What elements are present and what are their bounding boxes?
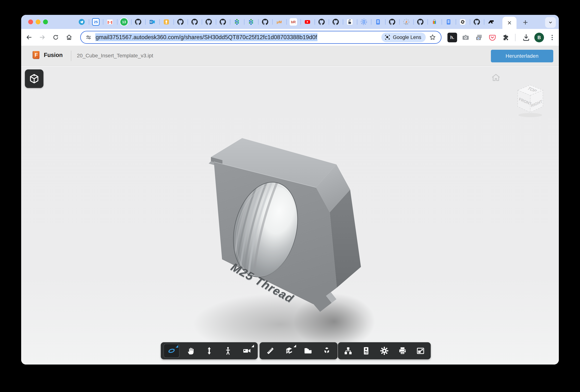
pinned-tab-github-8[interactable] bbox=[329, 15, 343, 29]
viewer-canvas[interactable]: TOP FRONT RIGHT bbox=[21, 66, 559, 365]
pinned-tab-store-bag[interactable] bbox=[427, 15, 441, 29]
forward-icon bbox=[39, 34, 46, 41]
pinned-tab-keep-note[interactable] bbox=[159, 15, 173, 29]
extension-camera-button[interactable] bbox=[461, 33, 470, 42]
pinned-tab-github-3[interactable] bbox=[187, 15, 202, 29]
extension-pocket-button[interactable] bbox=[488, 33, 497, 42]
pinned-tab-github-7[interactable] bbox=[314, 15, 329, 29]
pinned-tab-github-10[interactable] bbox=[413, 15, 427, 29]
tool-fullscreen[interactable] bbox=[413, 344, 429, 358]
pinned-tab-github-6[interactable] bbox=[258, 15, 272, 29]
browser-menu-button[interactable] bbox=[547, 33, 557, 42]
tab-separator bbox=[131, 19, 132, 25]
address-bar[interactable]: gmail3751567.autodesk360.com/g/shares/SH… bbox=[80, 31, 441, 44]
pinned-tab-docs-1[interactable] bbox=[371, 15, 385, 29]
avatar-initial: B bbox=[538, 35, 541, 40]
pinned-tab-calendar[interactable]: 25 bbox=[89, 15, 103, 29]
home-button[interactable] bbox=[64, 32, 74, 42]
tab-separator bbox=[145, 19, 146, 25]
tool-zoom[interactable] bbox=[201, 344, 217, 358]
tool-camera[interactable] bbox=[239, 344, 255, 358]
tab-separator bbox=[329, 19, 329, 25]
reload-button[interactable] bbox=[50, 32, 61, 42]
github-icon bbox=[389, 18, 395, 26]
tool-measure[interactable] bbox=[262, 344, 278, 358]
cluster-icon bbox=[234, 18, 240, 26]
pocket-icon bbox=[488, 33, 496, 42]
downloads-button[interactable] bbox=[521, 33, 531, 42]
tab-separator bbox=[258, 19, 259, 25]
new-tab-button[interactable]: + bbox=[520, 17, 531, 27]
back-button[interactable] bbox=[24, 32, 34, 42]
section-icon bbox=[285, 346, 293, 355]
google-lens-button[interactable]: Google Lens bbox=[381, 32, 426, 42]
window-zoom-button[interactable] bbox=[43, 19, 48, 24]
tool-model-browser[interactable] bbox=[340, 344, 356, 358]
tool-print[interactable] bbox=[395, 344, 411, 358]
svg-text:F: F bbox=[34, 52, 38, 58]
model-3d-part[interactable]: M25 Thread M25 Thread bbox=[193, 130, 379, 353]
document-filename: 20_Cube_Insert_Template_v3.ipt bbox=[77, 53, 153, 59]
pinned-tab-doc-loading[interactable] bbox=[357, 15, 371, 29]
pinned-tab-outlook[interactable] bbox=[145, 15, 159, 29]
pinned-tab-hex-cluster-1[interactable] bbox=[230, 15, 244, 29]
pinned-tab-bioregistry[interactable]: bR bbox=[286, 15, 300, 29]
download-button[interactable]: Herunterladen bbox=[491, 50, 553, 62]
pinned-tab-hex-cluster-2[interactable] bbox=[244, 15, 258, 29]
tab-separator bbox=[399, 19, 400, 25]
favicon-label: μM bbox=[277, 20, 282, 24]
tool-browser[interactable] bbox=[300, 344, 316, 358]
pinned-tab-unlock[interactable] bbox=[343, 15, 357, 29]
favicon bbox=[247, 18, 255, 26]
window-minimize-button[interactable] bbox=[36, 19, 40, 24]
github-icon bbox=[220, 18, 226, 26]
forward-button[interactable] bbox=[37, 32, 47, 42]
window-close-button[interactable] bbox=[28, 19, 33, 24]
pinned-tab-github-11[interactable] bbox=[470, 15, 484, 29]
favicon: 25 bbox=[92, 18, 100, 26]
profile-avatar[interactable]: B bbox=[534, 33, 544, 42]
pinned-tab-github-2[interactable] bbox=[173, 15, 187, 29]
pinned-tab-youtube[interactable] bbox=[300, 15, 314, 29]
viewcube-home-icon[interactable] bbox=[491, 73, 501, 82]
pinned-tab-micro-manager[interactable]: μM bbox=[272, 15, 286, 29]
favicon bbox=[374, 18, 382, 26]
tool-explode[interactable] bbox=[319, 344, 335, 358]
pinned-tab-gmail[interactable] bbox=[103, 15, 117, 29]
active-tab[interactable]: × bbox=[502, 17, 517, 29]
pinned-tab-github-1[interactable] bbox=[131, 15, 145, 29]
tool-walk[interactable] bbox=[220, 344, 236, 358]
extension-photos-button[interactable] bbox=[474, 33, 484, 42]
tool-settings[interactable] bbox=[376, 344, 392, 358]
ruler-icon bbox=[266, 346, 275, 355]
tool-pan[interactable] bbox=[182, 344, 198, 358]
pinned-tab-github-5[interactable] bbox=[216, 15, 230, 29]
tab-search-button[interactable] bbox=[545, 17, 556, 28]
extensions-puzzle-button[interactable] bbox=[501, 33, 511, 42]
pinned-tab-docs-2[interactable] bbox=[441, 15, 456, 29]
model-view-button[interactable] bbox=[25, 69, 43, 88]
bookmark-star-button[interactable] bbox=[428, 32, 437, 42]
pinned-tab-stackoverflow[interactable] bbox=[399, 15, 413, 29]
tool-icon bbox=[362, 346, 371, 355]
github-icon bbox=[332, 18, 339, 26]
docdash-icon bbox=[361, 18, 367, 26]
pinned-tab-github-4[interactable] bbox=[202, 15, 216, 29]
url-text[interactable]: gmail3751567.autodesk360.com/g/shares/SH… bbox=[95, 34, 317, 41]
viewcube[interactable]: TOP FRONT RIGHT bbox=[513, 82, 547, 119]
tab-close-button[interactable]: × bbox=[507, 19, 511, 26]
github-icon bbox=[417, 18, 424, 26]
tool-display-settings[interactable] bbox=[358, 344, 374, 358]
pinned-tab-telegram[interactable] bbox=[75, 15, 89, 29]
folder-icon bbox=[303, 346, 312, 355]
pinned-tab-github-9[interactable] bbox=[385, 15, 399, 29]
tool-section[interactable] bbox=[281, 344, 297, 358]
tool-icon bbox=[266, 346, 275, 355]
pinned-tab-openai[interactable] bbox=[456, 15, 470, 29]
tool-orbit[interactable] bbox=[163, 344, 179, 358]
extension-h-button[interactable]: h. bbox=[447, 33, 457, 42]
pinned-tabs: 25 13 bbox=[75, 15, 498, 29]
pinned-tab-autodesk[interactable] bbox=[484, 15, 498, 29]
youtube-icon bbox=[304, 18, 311, 26]
pinned-tab-whatsapp[interactable]: 13 bbox=[117, 15, 131, 29]
